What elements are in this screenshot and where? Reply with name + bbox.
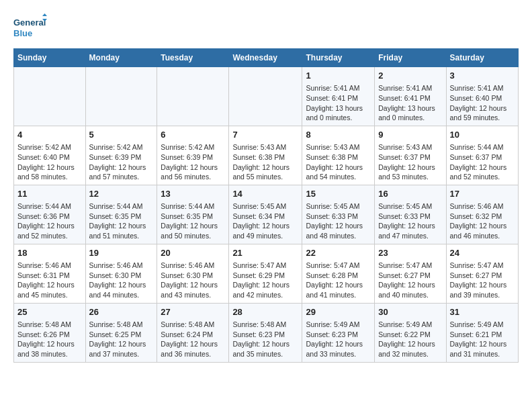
- page-header: General Blue: [13, 13, 519, 42]
- cell-details: Sunrise: 5:46 AM Sunset: 6:31 PM Dayligh…: [17, 261, 82, 300]
- cell-details: Sunrise: 5:46 AM Sunset: 6:30 PM Dayligh…: [161, 261, 225, 300]
- cell-details: Sunrise: 5:47 AM Sunset: 6:29 PM Dayligh…: [232, 261, 298, 300]
- calendar-cell: 22Sunrise: 5:47 AM Sunset: 6:28 PM Dayli…: [302, 244, 375, 303]
- calendar-cell: 24Sunrise: 5:47 AM Sunset: 6:27 PM Dayli…: [446, 244, 519, 303]
- day-number: 7: [232, 129, 298, 141]
- day-number: 22: [306, 247, 371, 259]
- cell-details: Sunrise: 5:47 AM Sunset: 6:28 PM Dayligh…: [306, 261, 371, 300]
- calendar-cell: 6Sunrise: 5:42 AM Sunset: 6:39 PM Daylig…: [157, 126, 229, 185]
- calendar-cell: 12Sunrise: 5:44 AM Sunset: 6:35 PM Dayli…: [85, 185, 157, 244]
- day-number: 20: [161, 247, 225, 259]
- day-number: 28: [232, 306, 298, 318]
- calendar-cell: 19Sunrise: 5:46 AM Sunset: 6:30 PM Dayli…: [85, 244, 157, 303]
- day-number: 31: [450, 306, 515, 318]
- calendar-cell: 2Sunrise: 5:41 AM Sunset: 6:41 PM Daylig…: [375, 67, 446, 126]
- calendar-cell: 21Sunrise: 5:47 AM Sunset: 6:29 PM Dayli…: [229, 244, 302, 303]
- day-number: 13: [161, 188, 225, 200]
- cell-details: Sunrise: 5:43 AM Sunset: 6:38 PM Dayligh…: [232, 142, 298, 182]
- calendar-cell: 5Sunrise: 5:42 AM Sunset: 6:39 PM Daylig…: [85, 126, 157, 185]
- day-number: 16: [378, 188, 442, 200]
- calendar-cell: 23Sunrise: 5:47 AM Sunset: 6:27 PM Dayli…: [375, 244, 446, 303]
- cell-details: Sunrise: 5:42 AM Sunset: 6:39 PM Dayligh…: [161, 142, 225, 182]
- calendar-cell: [157, 67, 229, 126]
- svg-marker-2: [42, 13, 47, 16]
- svg-text:Blue: Blue: [13, 28, 32, 38]
- cell-details: Sunrise: 5:46 AM Sunset: 6:30 PM Dayligh…: [89, 261, 154, 300]
- calendar-cell: 30Sunrise: 5:49 AM Sunset: 6:22 PM Dayli…: [375, 303, 446, 362]
- calendar-table: SundayMondayTuesdayWednesdayThursdayFrid…: [13, 48, 519, 363]
- day-number: 9: [378, 129, 442, 141]
- cell-details: Sunrise: 5:44 AM Sunset: 6:35 PM Dayligh…: [161, 201, 225, 241]
- col-header-monday: Monday: [85, 49, 157, 67]
- cell-details: Sunrise: 5:43 AM Sunset: 6:37 PM Dayligh…: [378, 142, 442, 182]
- cell-details: Sunrise: 5:48 AM Sunset: 6:25 PM Dayligh…: [89, 320, 154, 359]
- day-number: 23: [378, 247, 442, 259]
- day-number: 25: [17, 306, 82, 318]
- calendar-week-row: 4Sunrise: 5:42 AM Sunset: 6:40 PM Daylig…: [14, 126, 519, 185]
- cell-details: Sunrise: 5:44 AM Sunset: 6:36 PM Dayligh…: [17, 201, 82, 241]
- calendar-header-row: SundayMondayTuesdayWednesdayThursdayFrid…: [14, 49, 519, 67]
- calendar-cell: [85, 67, 157, 126]
- col-header-sunday: Sunday: [14, 49, 86, 67]
- day-number: 2: [378, 70, 442, 82]
- day-number: 10: [450, 129, 515, 141]
- calendar-week-row: 1Sunrise: 5:41 AM Sunset: 6:41 PM Daylig…: [14, 67, 519, 126]
- day-number: 27: [161, 306, 225, 318]
- calendar-cell: 27Sunrise: 5:48 AM Sunset: 6:24 PM Dayli…: [157, 303, 229, 362]
- cell-details: Sunrise: 5:41 AM Sunset: 6:41 PM Dayligh…: [378, 83, 442, 123]
- calendar-cell: 1Sunrise: 5:41 AM Sunset: 6:41 PM Daylig…: [302, 67, 375, 126]
- day-number: 21: [232, 247, 298, 259]
- cell-details: Sunrise: 5:47 AM Sunset: 6:27 PM Dayligh…: [378, 261, 442, 300]
- calendar-cell: 3Sunrise: 5:41 AM Sunset: 6:40 PM Daylig…: [446, 67, 519, 126]
- calendar-cell: [229, 67, 302, 126]
- cell-details: Sunrise: 5:41 AM Sunset: 6:41 PM Dayligh…: [306, 83, 371, 123]
- col-header-tuesday: Tuesday: [157, 49, 229, 67]
- calendar-week-row: 18Sunrise: 5:46 AM Sunset: 6:31 PM Dayli…: [14, 244, 519, 303]
- calendar-cell: 20Sunrise: 5:46 AM Sunset: 6:30 PM Dayli…: [157, 244, 229, 303]
- cell-details: Sunrise: 5:45 AM Sunset: 6:33 PM Dayligh…: [378, 201, 442, 241]
- calendar-cell: 29Sunrise: 5:49 AM Sunset: 6:23 PM Dayli…: [302, 303, 375, 362]
- cell-details: Sunrise: 5:42 AM Sunset: 6:40 PM Dayligh…: [17, 142, 82, 182]
- day-number: 19: [89, 247, 154, 259]
- day-number: 3: [450, 70, 515, 82]
- calendar-cell: 14Sunrise: 5:45 AM Sunset: 6:34 PM Dayli…: [229, 185, 302, 244]
- calendar-cell: 7Sunrise: 5:43 AM Sunset: 6:38 PM Daylig…: [229, 126, 302, 185]
- cell-details: Sunrise: 5:44 AM Sunset: 6:37 PM Dayligh…: [450, 142, 515, 182]
- calendar-cell: 18Sunrise: 5:46 AM Sunset: 6:31 PM Dayli…: [14, 244, 86, 303]
- day-number: 6: [161, 129, 225, 141]
- day-number: 1: [306, 70, 371, 82]
- day-number: 12: [89, 188, 154, 200]
- col-header-thursday: Thursday: [302, 49, 375, 67]
- cell-details: Sunrise: 5:45 AM Sunset: 6:34 PM Dayligh…: [232, 201, 298, 241]
- calendar-cell: 26Sunrise: 5:48 AM Sunset: 6:25 PM Dayli…: [85, 303, 157, 362]
- col-header-saturday: Saturday: [446, 49, 519, 67]
- calendar-cell: 31Sunrise: 5:49 AM Sunset: 6:21 PM Dayli…: [446, 303, 519, 362]
- calendar-cell: 17Sunrise: 5:46 AM Sunset: 6:32 PM Dayli…: [446, 185, 519, 244]
- cell-details: Sunrise: 5:42 AM Sunset: 6:39 PM Dayligh…: [89, 142, 154, 182]
- cell-details: Sunrise: 5:48 AM Sunset: 6:23 PM Dayligh…: [232, 320, 298, 359]
- calendar-week-row: 25Sunrise: 5:48 AM Sunset: 6:26 PM Dayli…: [14, 303, 519, 362]
- col-header-wednesday: Wednesday: [229, 49, 302, 67]
- day-number: 17: [450, 188, 515, 200]
- cell-details: Sunrise: 5:43 AM Sunset: 6:38 PM Dayligh…: [306, 142, 371, 182]
- cell-details: Sunrise: 5:49 AM Sunset: 6:23 PM Dayligh…: [306, 320, 371, 359]
- cell-details: Sunrise: 5:49 AM Sunset: 6:21 PM Dayligh…: [450, 320, 515, 359]
- col-header-friday: Friday: [375, 49, 446, 67]
- day-number: 29: [306, 306, 371, 318]
- day-number: 18: [17, 247, 82, 259]
- day-number: 15: [306, 188, 371, 200]
- day-number: 4: [17, 129, 82, 141]
- calendar-cell: 10Sunrise: 5:44 AM Sunset: 6:37 PM Dayli…: [446, 126, 519, 185]
- calendar-cell: 16Sunrise: 5:45 AM Sunset: 6:33 PM Dayli…: [375, 185, 446, 244]
- day-number: 26: [89, 306, 154, 318]
- day-number: 14: [232, 188, 298, 200]
- cell-details: Sunrise: 5:48 AM Sunset: 6:26 PM Dayligh…: [17, 320, 82, 359]
- calendar-week-row: 11Sunrise: 5:44 AM Sunset: 6:36 PM Dayli…: [14, 185, 519, 244]
- calendar-cell: 8Sunrise: 5:43 AM Sunset: 6:38 PM Daylig…: [302, 126, 375, 185]
- cell-details: Sunrise: 5:41 AM Sunset: 6:40 PM Dayligh…: [450, 83, 515, 123]
- cell-details: Sunrise: 5:45 AM Sunset: 6:33 PM Dayligh…: [306, 201, 371, 241]
- day-number: 24: [450, 247, 515, 259]
- calendar-cell: 13Sunrise: 5:44 AM Sunset: 6:35 PM Dayli…: [157, 185, 229, 244]
- logo: General Blue: [13, 13, 47, 42]
- calendar-cell: 11Sunrise: 5:44 AM Sunset: 6:36 PM Dayli…: [14, 185, 86, 244]
